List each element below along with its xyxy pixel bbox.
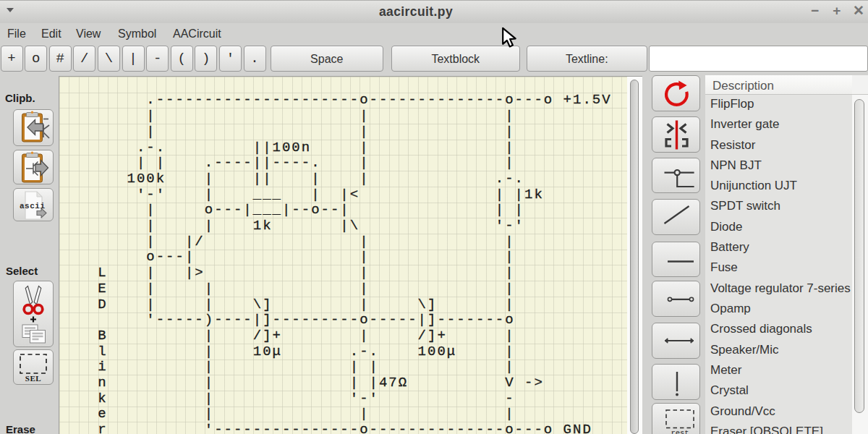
svg-text:SEL: SEL [25,374,41,383]
svg-text:rest: rest [671,429,689,434]
